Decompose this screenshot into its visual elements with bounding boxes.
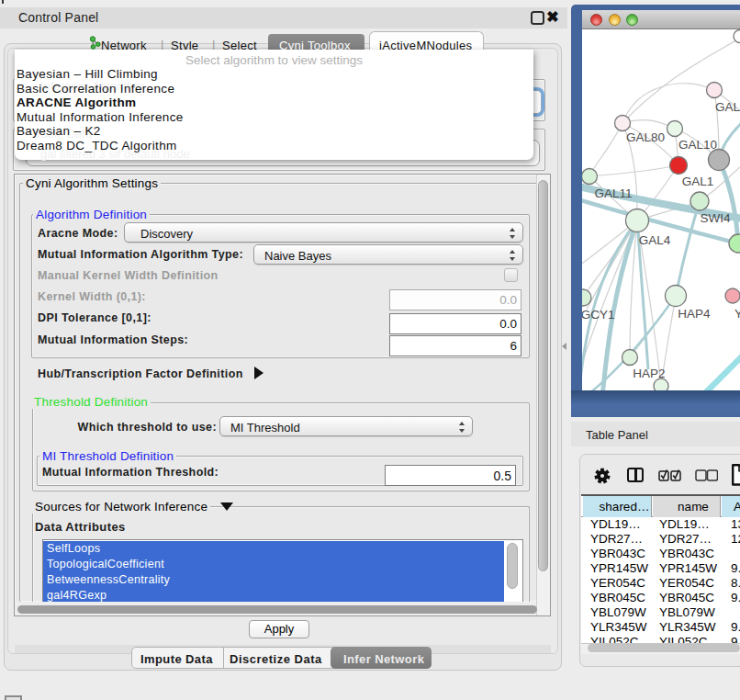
svg-text:GAL7: GAL7 — [715, 100, 740, 114]
svg-text:GAL4: GAL4 — [639, 233, 671, 247]
svg-text:SWI4: SWI4 — [700, 211, 730, 225]
svg-text:YM: YM — [734, 307, 740, 321]
svg-text:GAL10: GAL10 — [678, 138, 717, 152]
svg-text:HAP4: HAP4 — [678, 307, 711, 321]
svg-text:HAP2: HAP2 — [633, 367, 665, 380]
svg-text:GAL80: GAL80 — [626, 130, 665, 144]
svg-text:GCY1: GCY1 — [582, 308, 614, 322]
svg-text:GAL1: GAL1 — [682, 175, 714, 188]
svg-text:GAL11: GAL11 — [594, 186, 632, 200]
